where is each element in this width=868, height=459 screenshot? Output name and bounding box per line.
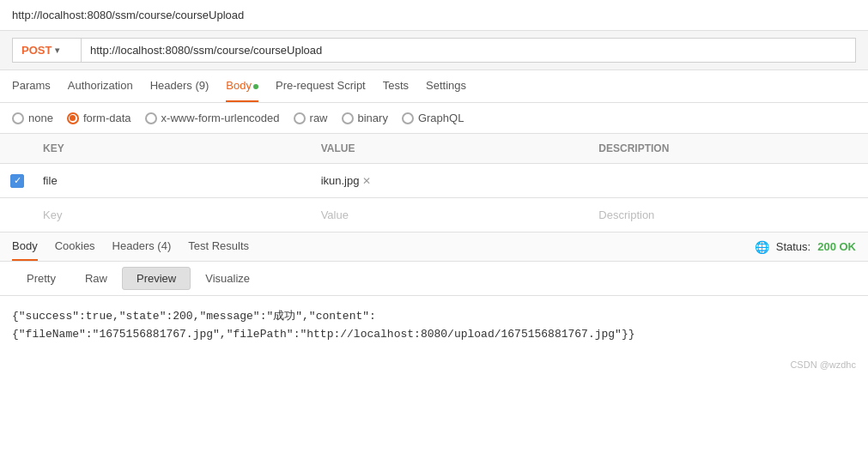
remove-file-button[interactable]: ✕ (362, 175, 371, 187)
preview-tab-visualize[interactable]: Visualize (191, 267, 264, 290)
response-line2: {"fileName":"1675156881767.jpg","filePat… (12, 326, 856, 344)
col-key: KEY (34, 139, 313, 158)
row-checkbox-cell[interactable]: ✓ (0, 174, 34, 188)
radio-x-www-circle (145, 112, 157, 124)
response-tab-body[interactable]: Body (12, 233, 38, 261)
radio-binary-circle (342, 112, 354, 124)
response-tab-cookies[interactable]: Cookies (55, 233, 95, 261)
request-bar: POST ▾ (0, 31, 868, 70)
response-body: {"success":true,"state":200,"message":"成… (0, 296, 868, 356)
empty-value-cell[interactable]: Value (313, 205, 591, 225)
row-key-cell[interactable]: file (34, 171, 313, 190)
tab-tests[interactable]: Tests (383, 70, 409, 102)
radio-x-www[interactable]: x-www-form-urlencoded (145, 112, 280, 124)
radio-raw[interactable]: raw (294, 112, 328, 124)
response-tab-test-results[interactable]: Test Results (188, 233, 249, 261)
response-tabs: Body Cookies Headers (4) Test Results 🌐 … (0, 233, 868, 262)
radio-graphql[interactable]: GraphQL (402, 112, 464, 124)
value-placeholder: Value (321, 208, 349, 221)
file-name: ikun.jpg (321, 174, 360, 187)
desc-placeholder: Description (598, 208, 654, 221)
tab-headers[interactable]: Headers (9) (150, 70, 209, 102)
radio-form-data[interactable]: form-data (67, 112, 131, 124)
method-label: POST (21, 44, 52, 57)
tab-body[interactable]: Body (226, 70, 258, 102)
preview-tabs: Pretty Raw Preview Visualize (0, 262, 868, 296)
body-dot (253, 84, 258, 89)
row-value-cell: ikun.jpg ✕ (313, 171, 591, 190)
preview-tab-raw[interactable]: Raw (70, 267, 122, 290)
method-select[interactable]: POST ▾ (12, 38, 81, 63)
request-tabs: Params Authorization Headers (9) Body Pr… (0, 70, 868, 103)
col-value: VALUE (313, 139, 591, 158)
title-bar: http://localhost:8080/ssm/course/courseU… (0, 0, 868, 31)
empty-desc-cell[interactable]: Description (590, 205, 868, 225)
preview-tab-pretty[interactable]: Pretty (12, 267, 70, 290)
watermark: CSDN @wzdhc (0, 356, 868, 373)
col-checkbox (0, 139, 34, 158)
radio-none-circle (12, 112, 24, 124)
status-label: Status: (776, 240, 810, 253)
radio-raw-circle (294, 112, 306, 124)
url-input[interactable] (81, 38, 856, 63)
response-status: 🌐 Status: 200 OK (755, 240, 856, 254)
tab-authorization[interactable]: Authorization (68, 70, 133, 102)
radio-graphql-circle (402, 112, 414, 124)
table-header: KEY VALUE DESCRIPTION (0, 134, 868, 164)
status-value: 200 OK (817, 240, 856, 253)
chevron-down-icon: ▾ (55, 45, 59, 55)
response-line1: {"success":true,"state":200,"message":"成… (12, 308, 856, 326)
col-description: DESCRIPTION (590, 139, 868, 158)
empty-key-cell[interactable]: Key (34, 205, 313, 225)
table-row: ✓ file ikun.jpg ✕ (0, 164, 868, 198)
row-description-cell[interactable] (590, 178, 868, 184)
tab-params[interactable]: Params (12, 70, 51, 102)
response-tab-headers[interactable]: Headers (4) (112, 233, 172, 261)
radio-none[interactable]: none (12, 112, 53, 124)
page-title: http://localhost:8080/ssm/course/courseU… (12, 9, 244, 21)
body-type-row: none form-data x-www-form-urlencoded raw… (0, 103, 868, 134)
tab-settings[interactable]: Settings (426, 70, 466, 102)
globe-icon: 🌐 (755, 240, 769, 254)
file-tag: ikun.jpg ✕ (321, 174, 372, 187)
key-placeholder: Key (43, 208, 62, 221)
radio-form-data-circle (67, 112, 79, 124)
row-checkbox[interactable]: ✓ (10, 174, 24, 188)
radio-binary[interactable]: binary (342, 112, 388, 124)
empty-table-row: Key Value Description (0, 198, 868, 233)
preview-tab-preview[interactable]: Preview (122, 267, 191, 290)
tab-pre-request-script[interactable]: Pre-request Script (276, 70, 366, 102)
